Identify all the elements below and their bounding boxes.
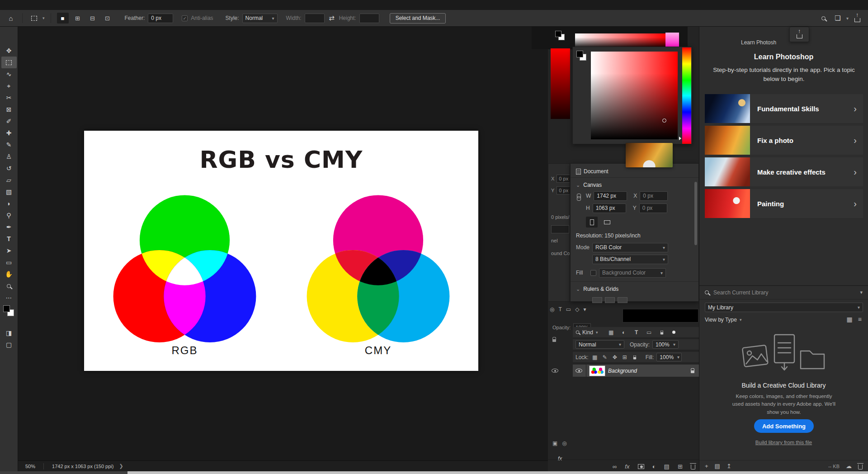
chevron-down-icon[interactable]: ▾ [583, 306, 586, 313]
panel-collapse-chevron-icon[interactable]: ▾ [860, 289, 863, 295]
grid-icon[interactable] [605, 297, 615, 303]
lock-artboard-icon[interactable]: ⊞ [621, 353, 628, 361]
new-layer-icon[interactable]: ⊞ [678, 463, 683, 470]
tool-frame[interactable]: ⊠ [1, 104, 17, 115]
landscape-orientation-button[interactable] [601, 217, 613, 228]
tool-gradient[interactable]: ▧ [1, 186, 17, 198]
zoom-level[interactable]: 50% [25, 464, 35, 469]
opacity-select[interactable]: 100% [652, 340, 679, 349]
learn-card-painting[interactable]: Painting › [705, 189, 863, 218]
fill-opacity-select[interactable]: 100% [656, 353, 682, 361]
filter-search-icon[interactable] [576, 331, 580, 334]
tool-rectangular-marquee[interactable] [1, 57, 17, 68]
hue-strip[interactable] [682, 47, 691, 144]
lock-all-icon[interactable] [631, 353, 638, 361]
filter-smart-object-icon[interactable] [657, 328, 667, 337]
layer-name[interactable]: Background [608, 368, 637, 374]
add-to-selection-button[interactable]: ⊞ [72, 13, 84, 24]
saturation-square[interactable] [591, 52, 678, 139]
add-mask-icon[interactable] [638, 464, 644, 469]
grid-view-icon[interactable]: ▦ [847, 316, 853, 323]
tool-type[interactable]: T [1, 233, 17, 245]
canvas-section-header[interactable]: Canvas [576, 182, 602, 188]
lock-pixels-icon[interactable]: ✎ [601, 353, 609, 361]
tool-healing-brush[interactable]: ✚ [1, 127, 17, 139]
swap-dimensions-icon[interactable]: ⇄ [328, 12, 336, 24]
filter-shape-icon[interactable]: ▭ [644, 328, 654, 337]
layer-thumbnail[interactable] [589, 365, 605, 376]
new-group-icon[interactable]: ▤ [664, 463, 670, 470]
new-folder-icon[interactable]: ▤ [715, 463, 720, 469]
polygon-icon[interactable]: ◇ [575, 306, 579, 313]
target-icon[interactable]: ◎ [562, 440, 566, 446]
cloud-sync-icon[interactable]: ☁ [846, 463, 852, 469]
tool-blur[interactable]: ◗ [1, 198, 17, 209]
canvas-area[interactable]: RGB vs CMY [18, 27, 548, 460]
tool-pen[interactable]: ✒ [1, 221, 17, 233]
tool-eyedropper[interactable]: ✐ [1, 115, 17, 127]
guides-icon[interactable] [618, 297, 627, 303]
subtract-from-selection-button[interactable]: ⊟ [87, 13, 99, 24]
taskbar-strip[interactable] [127, 471, 868, 474]
intersect-selection-button[interactable]: ⊡ [102, 13, 113, 24]
lock-position-icon[interactable]: ✥ [611, 353, 618, 361]
tool-object-selection[interactable]: ⌖ [1, 80, 17, 92]
portrait-orientation-button[interactable] [586, 217, 598, 228]
library-search-input[interactable]: Search Current Library [713, 289, 768, 296]
kind-filter[interactable]: Kind [582, 329, 593, 336]
hidden-y-input[interactable]: 0 px [557, 186, 570, 194]
workspace-icon[interactable]: ❏ [832, 12, 843, 24]
select-and-mask-button[interactable]: Select and Mask... [390, 13, 446, 24]
tool-clone-stamp[interactable]: ♙ [1, 151, 17, 162]
width-input[interactable] [305, 14, 325, 23]
canvas-y-input[interactable]: 0 px [639, 204, 667, 213]
hidden-input-cut[interactable] [551, 225, 569, 233]
hue-slider-arrow[interactable] [679, 137, 681, 140]
adjustment-layer-icon[interactable]: ◐ [652, 463, 656, 470]
quick-mask-button[interactable]: ◨ [1, 327, 17, 339]
delete-item-icon[interactable] [858, 465, 863, 469]
marquee-tool-icon[interactable] [28, 12, 39, 24]
properties-scrollbar[interactable] [694, 182, 697, 245]
screen-mode-button[interactable]: ▢ [1, 339, 17, 351]
learn-tab-cut[interactable]: Learn Photosh [741, 39, 788, 46]
tool-shape[interactable]: ▭ [1, 256, 17, 268]
learn-card-fundamental-skills[interactable]: Fundamental Skills › [705, 94, 863, 123]
canvas-width-input[interactable]: 1742 px [594, 191, 627, 201]
hidden-x-input[interactable]: 0 px [557, 175, 570, 183]
tool-dodge[interactable]: ⚲ [1, 209, 17, 221]
filter-toggle-dot[interactable] [672, 331, 675, 334]
feather-input[interactable]: 0 px [148, 14, 173, 23]
tool-brush[interactable]: ✎ [1, 139, 17, 151]
share-icon[interactable] [852, 12, 863, 24]
antialias-checkbox[interactable]: ✓ [182, 15, 188, 21]
fill-select[interactable]: Background Color [599, 268, 666, 278]
chevron-down-icon[interactable]: ▾ [596, 330, 598, 335]
link-layers-icon[interactable]: ∞ [613, 463, 617, 470]
search-icon[interactable] [818, 12, 829, 24]
learn-card-make-creative-effects[interactable]: Make creative effects › [705, 157, 863, 186]
canvas-x-input[interactable]: 0 px [640, 191, 668, 201]
chevron-down-icon[interactable]: ▾ [42, 16, 45, 20]
height-input[interactable] [359, 14, 379, 23]
bit-depth-select[interactable]: 8 Bits/Channel [592, 255, 668, 264]
list-view-icon[interactable]: ≡ [858, 316, 862, 323]
layer-row-background[interactable]: Background [573, 365, 699, 377]
camera-icon[interactable]: ▣ [552, 440, 557, 446]
filter-adjustment-icon[interactable]: ◐ [619, 328, 629, 337]
lock-transparent-icon[interactable]: ▦ [591, 353, 599, 361]
hidden-fx-label[interactable]: fx [558, 455, 562, 462]
upload-icon[interactable]: ↥ [726, 463, 731, 469]
chevron-down-icon[interactable]: ▾ [846, 16, 849, 21]
status-chevron-icon[interactable]: ❯ [119, 463, 123, 469]
foreground-color-swatch[interactable] [3, 305, 10, 312]
foreground-background-swatches[interactable] [2, 304, 16, 318]
new-selection-button[interactable]: ■ [57, 13, 69, 24]
tool-path-selection[interactable]: ➤ [1, 245, 17, 256]
tool-lasso[interactable]: ∿ [1, 68, 17, 80]
rectangle-icon[interactable]: ▭ [566, 306, 571, 313]
back-picker-swatches[interactable] [554, 30, 568, 43]
delete-layer-icon[interactable] [691, 465, 695, 469]
learn-card-fix-a-photo[interactable]: Fix a photo › [705, 126, 863, 155]
color-mode-select[interactable]: RGB Color [592, 243, 668, 252]
